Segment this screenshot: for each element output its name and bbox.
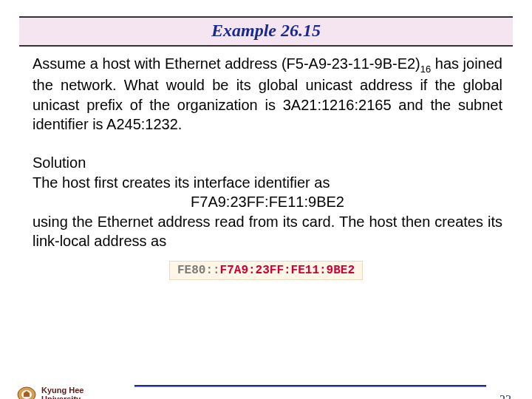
university-emblem-icon — [16, 386, 37, 399]
university-line2: University — [41, 395, 83, 399]
question-text: Assume a host with Ethernet address (F5-… — [33, 54, 502, 134]
slide-title: Example 26.15 — [19, 21, 513, 41]
slide: Example 26.15 Assume a host with Etherne… — [0, 16, 532, 399]
addr-suffix: F7A9:23FF:FE11:9BE2 — [220, 264, 355, 277]
link-local-address-box: FE80::F7A9:23FF:FE11:9BE2 — [169, 261, 363, 280]
footer-divider — [134, 385, 486, 387]
solution-label: Solution — [33, 153, 502, 172]
page-number: 23 — [499, 393, 511, 399]
addr-prefix: FE80:: — [177, 264, 220, 277]
question-subscript: 16 — [420, 64, 431, 75]
question-part1: Assume a host with Ethernet address (F5-… — [33, 55, 420, 72]
university-name: Kyung Hee University — [41, 386, 83, 399]
interface-identifier: F7A9:23FF:FE11:9BE2 — [33, 192, 502, 211]
university-line1: Kyung Hee — [41, 386, 83, 395]
university-logo: Kyung Hee University — [16, 386, 83, 399]
footer: Kyung Hee University 23 — [16, 374, 516, 399]
title-bar: Example 26.15 — [19, 16, 513, 47]
solution-line2: using the Ethernet address read from its… — [33, 212, 502, 251]
solution-block: Solution The host first creates its inte… — [33, 153, 502, 250]
solution-line1: The host first creates its interface ide… — [33, 173, 502, 192]
